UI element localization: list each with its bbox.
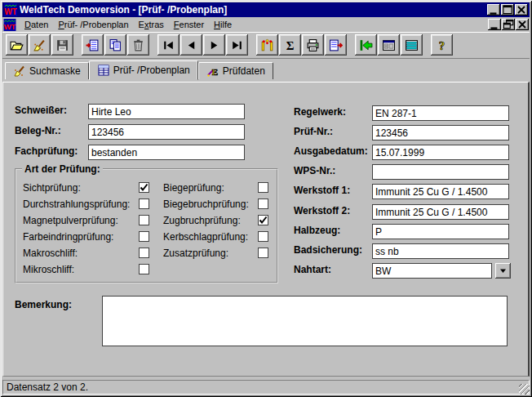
child-window-icon[interactable]: WT bbox=[3, 19, 16, 31]
mdi-minimize-button[interactable] bbox=[488, 19, 501, 30]
makroschliff-checkbox[interactable] bbox=[139, 248, 149, 258]
tab-label: Prüf- /Probenplan bbox=[113, 65, 190, 76]
form-icon bbox=[97, 64, 110, 77]
menu-hilfe[interactable]: Hilfe bbox=[209, 18, 237, 31]
first-record-button[interactable] bbox=[157, 34, 180, 56]
mdi-restore-button[interactable] bbox=[502, 19, 515, 30]
close-button[interactable] bbox=[515, 4, 528, 16]
beleg-nr-input[interactable] bbox=[88, 124, 245, 140]
ausgabedatum-label: Ausgabedatum: bbox=[294, 144, 368, 159]
bemerkung-label: Bemerkung: bbox=[15, 297, 72, 313]
title-bar[interactable]: WT WeldTech Demoversion - [Prüf- /Proben… bbox=[2, 2, 530, 17]
svg-text:WT: WT bbox=[4, 7, 17, 16]
save-button[interactable] bbox=[51, 34, 73, 56]
brush-icon bbox=[33, 38, 47, 52]
title-controls bbox=[486, 4, 528, 16]
prev-record-button[interactable] bbox=[180, 34, 202, 56]
delete-button[interactable] bbox=[127, 34, 149, 56]
werkstoff-1-input[interactable] bbox=[372, 184, 509, 199]
schweißer-input[interactable] bbox=[88, 104, 245, 119]
wand-icon: E bbox=[206, 65, 219, 78]
fachprüfung-label: Fachprüfung: bbox=[15, 144, 78, 159]
toolbar-group: ? bbox=[431, 34, 454, 56]
filter-icon bbox=[260, 38, 274, 52]
fachprüfung-input[interactable] bbox=[88, 145, 245, 160]
menu-prüf-probenplan[interactable]: Prüf- /Probenplan bbox=[53, 18, 133, 31]
insert-record-icon bbox=[86, 38, 100, 52]
sichtprüfung-checkbox[interactable] bbox=[139, 182, 149, 193]
nav-last-icon bbox=[230, 38, 244, 52]
ausgabedatum-input[interactable] bbox=[372, 145, 509, 160]
makroschliff-label: Makroschliff: bbox=[23, 248, 78, 259]
minimize-icon bbox=[488, 18, 501, 31]
nav-prev-icon bbox=[184, 38, 198, 52]
tile-view-button[interactable] bbox=[401, 34, 423, 56]
magnetpulverprüfung-checkbox[interactable] bbox=[139, 215, 149, 225]
tab-label: Suchmaske bbox=[29, 65, 81, 77]
exit-button[interactable] bbox=[355, 34, 377, 56]
prüf-nr-label: Prüf-Nr.: bbox=[294, 124, 333, 140]
werkstoff-2-input[interactable] bbox=[372, 204, 509, 220]
menu-items: DatenPrüf- /ProbenplanExtrasFensterHilfe bbox=[20, 18, 237, 31]
kerbschlagprüfung-checkbox[interactable] bbox=[258, 231, 268, 242]
last-record-button[interactable] bbox=[226, 34, 248, 56]
zugbruchprüfung-checkbox[interactable] bbox=[258, 215, 268, 225]
pruefung-groupbox: Art der Prüfung: Sichtprüfung:Durchstrah… bbox=[15, 168, 278, 283]
durchstrahlungsprüfung-checkbox[interactable] bbox=[139, 198, 149, 209]
toolbar: Σ? bbox=[2, 32, 530, 59]
mikroschliff-checkbox[interactable] bbox=[139, 264, 149, 274]
form-view-button[interactable] bbox=[378, 34, 400, 56]
menu-extras[interactable]: Extras bbox=[134, 18, 169, 31]
sichtprüfung-label: Sichtprüfung: bbox=[23, 182, 81, 194]
minimize-icon bbox=[487, 3, 500, 16]
mdi-close-button[interactable] bbox=[516, 19, 529, 30]
insert-record-button[interactable] bbox=[82, 34, 104, 56]
biegeprüfung-checkbox[interactable] bbox=[258, 182, 268, 193]
save-icon bbox=[55, 38, 69, 52]
search-mask-button[interactable] bbox=[29, 34, 51, 56]
sum-button[interactable]: Σ bbox=[279, 34, 301, 56]
copy-button[interactable] bbox=[104, 34, 126, 56]
nahtart-label: Nahtart: bbox=[294, 262, 331, 278]
farbeindringprüfung-label: Farbeindringprüfung: bbox=[23, 231, 113, 243]
help-button[interactable]: ? bbox=[431, 34, 453, 56]
menu-bar: WT DatenPrüf- /ProbenplanExtrasFensterHi… bbox=[2, 17, 530, 32]
nahtart-dropdown-button[interactable] bbox=[495, 263, 511, 279]
menu-fenster[interactable]: Fenster bbox=[169, 18, 209, 31]
tab-prüfdaten[interactable]: EPrüfdaten bbox=[198, 62, 273, 79]
open-button[interactable] bbox=[6, 34, 28, 56]
tab-prüf-probenplan[interactable]: Prüf- /Probenplan bbox=[89, 60, 198, 80]
printer-icon bbox=[306, 38, 320, 52]
kerbschlagprüfung-label: Kerbschlagprüfung: bbox=[163, 231, 248, 243]
schweißer-label: Schweißer: bbox=[15, 103, 67, 118]
close-icon bbox=[515, 3, 528, 16]
prüf-nr-input[interactable] bbox=[372, 125, 509, 141]
brush-icon bbox=[13, 65, 26, 78]
nahtart-input[interactable] bbox=[372, 263, 492, 279]
tab-suchmaske[interactable]: Suchmaske bbox=[5, 62, 89, 79]
halbzeug-input[interactable] bbox=[372, 224, 509, 239]
bemerkung-textarea[interactable] bbox=[102, 296, 508, 346]
farbeindringprüfung-checkbox[interactable] bbox=[139, 231, 149, 242]
regelwerk-input[interactable] bbox=[372, 105, 509, 121]
check-icon bbox=[140, 183, 149, 192]
svg-text:E: E bbox=[212, 67, 218, 77]
minimize-button[interactable] bbox=[487, 4, 500, 16]
toolbar-group: Σ bbox=[256, 34, 348, 56]
status-bar: Datensatz 2 von 2. bbox=[2, 378, 530, 395]
zusatzprüfung-checkbox[interactable] bbox=[258, 248, 268, 258]
export-button[interactable] bbox=[325, 34, 347, 56]
badsicherung-input[interactable] bbox=[372, 243, 509, 259]
biegebruchprüfung-checkbox[interactable] bbox=[258, 198, 268, 209]
filter-button[interactable] bbox=[256, 34, 278, 56]
maximize-button[interactable] bbox=[501, 4, 514, 16]
next-record-button[interactable] bbox=[203, 34, 225, 56]
folder-icon bbox=[10, 38, 24, 52]
resize-grip[interactable] bbox=[519, 384, 530, 395]
print-button[interactable] bbox=[302, 34, 324, 56]
mikroschliff-label: Mikroschliff: bbox=[23, 264, 74, 275]
trash-icon bbox=[131, 38, 145, 52]
maximize-icon bbox=[501, 3, 514, 16]
menu-daten[interactable]: Daten bbox=[20, 18, 53, 31]
wps-nr-input[interactable] bbox=[372, 164, 509, 180]
